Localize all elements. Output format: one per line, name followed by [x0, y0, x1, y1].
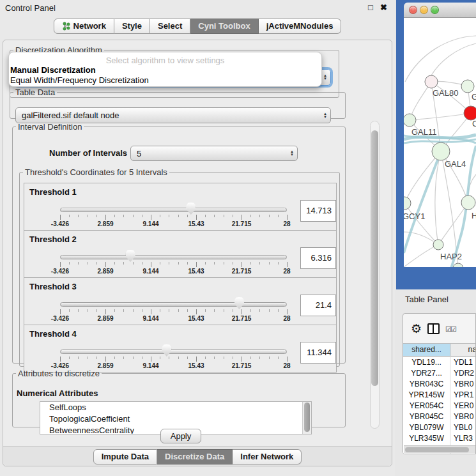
- combo-spinner-icon: ▲▼: [287, 150, 297, 157]
- numerical-attributes-heading: Numerical Attributes: [17, 388, 98, 398]
- bottom-tab-discretize-data[interactable]: Discretize Data: [157, 449, 233, 464]
- network-node[interactable]: [461, 196, 475, 210]
- combo-spinner-icon: ▲▼: [320, 112, 330, 119]
- table-cell: YPR145W: [403, 390, 450, 401]
- network-icon: [62, 22, 70, 31]
- zoom-traffic-light[interactable]: [431, 6, 439, 14]
- top-tab-bar: NetworkStyleSelectCyni ToolboxjActiveMNo…: [0, 19, 395, 34]
- threshold-slider[interactable]: [60, 302, 287, 307]
- network-node[interactable]: [404, 197, 411, 210]
- threshold-panel: Threshold 4-3.4262.8599.14415.4321.71528…: [24, 325, 337, 372]
- threshold-panel: Threshold 3-3.4262.8599.14415.4321.71528…: [24, 277, 337, 325]
- network-node[interactable]: [433, 240, 443, 250]
- tab-select[interactable]: Select: [150, 19, 190, 34]
- table-cell: YDL1: [450, 357, 476, 368]
- table-panel-title: Table Panel: [405, 295, 449, 304]
- table-data-combo-value: galFiltered.sif default node: [16, 111, 320, 120]
- threshold-value-field[interactable]: 21.4: [300, 295, 336, 316]
- tab-cyni-toolbox[interactable]: Cyni Toolbox: [190, 19, 258, 34]
- table-row[interactable]: YBR045CYBR0: [403, 411, 476, 422]
- tab-label: Impute Data: [102, 452, 149, 461]
- tab-label: Discretize Data: [165, 452, 224, 461]
- bottom-tab-infer-network[interactable]: Infer Network: [233, 449, 302, 464]
- table-row[interactable]: YBL079WYBL0: [403, 422, 476, 433]
- threshold-value-field[interactable]: 11.344: [300, 342, 336, 364]
- attribute-item[interactable]: TopologicalCoefficient: [40, 413, 311, 425]
- table-row[interactable]: YER054CYER0: [403, 401, 476, 411]
- table-row[interactable]: YDR27...YDR2: [403, 368, 476, 379]
- network-canvas[interactable]: GAL80GACGAL11GAL4GCY1HHAP2: [404, 18, 476, 267]
- network-node[interactable]: [453, 263, 463, 267]
- close-icon[interactable]: ✖: [380, 3, 387, 12]
- table-hscrollbar[interactable]: [404, 445, 476, 453]
- network-titlebar[interactable]: [404, 3, 476, 18]
- gear-icon[interactable]: ⚙: [411, 323, 422, 335]
- interval-definition-group: Interval Definition Number of Intervals …: [12, 122, 346, 364]
- algorithm-option[interactable]: Equal Width/Frequency Discretization: [10, 75, 149, 85]
- network-graph: GAL80GACGAL11GAL4GCY1HHAP2: [404, 18, 476, 267]
- apply-button[interactable]: Apply: [160, 429, 201, 443]
- threshold-value-field[interactable]: 6.316: [300, 247, 336, 269]
- column-header[interactable]: name: [450, 344, 476, 356]
- app-root: Control Panel □ ✖ NetworkStyleSelectCyni…: [0, 0, 476, 476]
- node-label: H: [472, 211, 476, 220]
- threshold-slider[interactable]: [60, 255, 287, 259]
- table-cell: YER0: [450, 401, 476, 411]
- node-label: GA: [472, 92, 476, 102]
- threshold-slider[interactable]: [60, 349, 287, 354]
- table-cell: YDR27...: [403, 368, 450, 379]
- algorithm-option[interactable]: Manual Discretization: [10, 65, 96, 75]
- threshold-slider[interactable]: [60, 208, 287, 212]
- list-scrollbar-thumb[interactable]: [304, 403, 310, 432]
- column-header[interactable]: shared...: [403, 344, 450, 356]
- panel-scrollbar[interactable]: [370, 121, 380, 429]
- float-window-icon[interactable]: □: [368, 3, 373, 12]
- table-hscrollbar-thumb[interactable]: [405, 447, 469, 452]
- minimize-traffic-light[interactable]: [420, 6, 428, 14]
- network-node[interactable]: [404, 114, 416, 127]
- tab-network[interactable]: Network: [54, 19, 114, 34]
- select-columns-icon[interactable]: ☑☑: [445, 323, 456, 334]
- tab-jactivemnodules[interactable]: jActiveMNodules: [259, 19, 342, 34]
- algorithm-dropdown-popup: Select algorithm to view settings Manual…: [8, 52, 322, 87]
- slider-thumb[interactable]: [162, 344, 171, 357]
- slider-tick-labels: -3.4262.8599.14415.4321.71528: [60, 315, 287, 323]
- slider-tick-labels: -3.4262.8599.14415.4321.71528: [60, 268, 287, 275]
- network-node[interactable]: [461, 80, 474, 93]
- network-node[interactable]: [425, 75, 438, 88]
- threshold-value-field[interactable]: 14.713: [300, 200, 336, 222]
- split-pane-icon[interactable]: [427, 323, 440, 334]
- table-cell: YDL19...: [403, 357, 450, 368]
- bottom-tab-impute-data[interactable]: Impute Data: [93, 449, 157, 464]
- network-node[interactable]: [432, 142, 450, 160]
- network-window[interactable]: GAL80GACGAL11GAL4GCY1HHAP2: [396, 0, 476, 289]
- network-node[interactable]: [464, 106, 476, 120]
- slider-thumb[interactable]: [126, 250, 135, 262]
- interval-definition-title: Interval Definition: [16, 122, 84, 132]
- slider-thumb[interactable]: [186, 203, 196, 215]
- panel-scrollbar-thumb[interactable]: [371, 130, 378, 386]
- panel-title: Control Panel: [5, 3, 56, 13]
- table-cell: YBR043C: [403, 379, 450, 390]
- num-intervals-combo[interactable]: 5 ▲▼: [130, 146, 298, 161]
- table-cell: YLR3: [450, 433, 476, 444]
- threshold-panel: Threshold 2-3.4262.8599.14415.4321.71528…: [24, 230, 337, 278]
- num-intervals-value: 5: [131, 149, 287, 158]
- table-row[interactable]: YPR145WYPR1: [403, 390, 476, 401]
- tab-label: Network: [73, 21, 106, 31]
- node-label: HAP2: [440, 252, 462, 261]
- table-cell: YBL0: [450, 422, 476, 433]
- table-row[interactable]: YLR345WYLR3: [403, 433, 476, 444]
- close-traffic-light[interactable]: [409, 6, 417, 14]
- table-row[interactable]: YBR043CYBR0: [403, 379, 476, 390]
- slider-thumb[interactable]: [234, 297, 244, 309]
- list-scrollbar[interactable]: [302, 402, 311, 434]
- tab-style[interactable]: Style: [114, 19, 150, 34]
- threshold-label: Threshold 4: [29, 329, 77, 339]
- attribute-item[interactable]: SelfLoops: [40, 402, 311, 413]
- table-row[interactable]: YDL19...YDL1: [403, 357, 476, 368]
- table-body: YDL19...YDL1YDR27...YDR2YBR043CYBR0YPR14…: [403, 357, 476, 454]
- node-label: GCY1: [404, 211, 425, 221]
- threshold-panel: Threshold 1-3.4262.8599.14415.4321.71528…: [24, 183, 337, 231]
- table-data-combo[interactable]: galFiltered.sif default node ▲▼: [15, 107, 331, 123]
